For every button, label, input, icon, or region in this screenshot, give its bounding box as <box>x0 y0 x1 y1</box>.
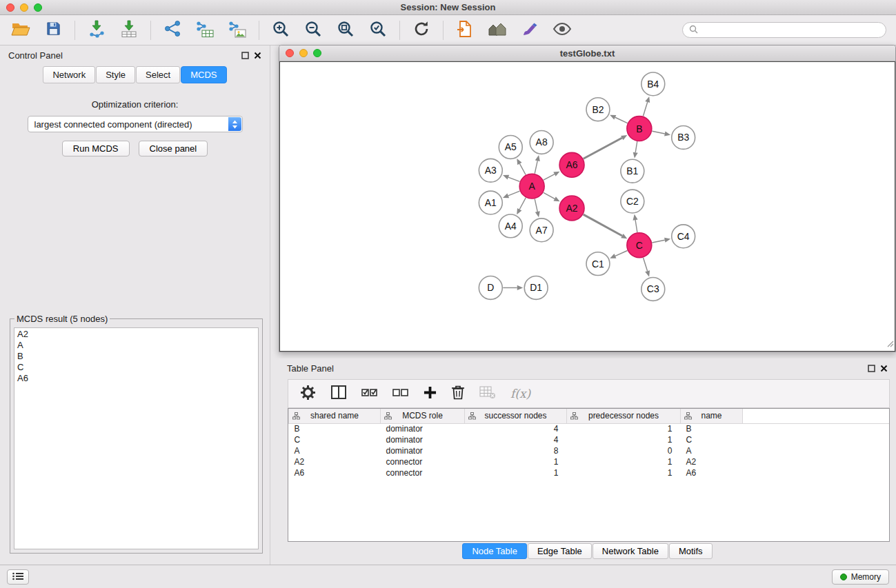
graph-edge-C-C2[interactable] <box>635 220 637 232</box>
criterion-select[interactable]: largest connected component (directed) <box>28 116 243 132</box>
function-builder-button[interactable]: f(x) <box>510 387 530 401</box>
table-row[interactable]: Cdominator41C <box>289 434 890 445</box>
control-panel-title: Control Panel <box>8 50 63 61</box>
import-network-file-button[interactable] <box>86 19 108 41</box>
table-cell: 4 <box>465 434 567 445</box>
new-network-button[interactable] <box>161 19 183 41</box>
graph-edge-C-C3[interactable] <box>643 258 647 272</box>
table-tab-node-table[interactable]: Node Table <box>462 543 527 559</box>
column-header-name[interactable]: name <box>681 409 743 423</box>
create-column-button[interactable] <box>424 386 437 402</box>
column-header-label: MCDS role <box>402 411 443 420</box>
show-column-button[interactable] <box>330 385 347 403</box>
table-cell: dominator <box>381 423 465 434</box>
save-session-button[interactable] <box>42 19 64 41</box>
graph-edge-A-A4[interactable] <box>519 198 526 210</box>
tab-select[interactable]: Select <box>136 66 180 83</box>
tab-mcds[interactable]: MCDS <box>181 66 226 83</box>
graph-edge-A-A5[interactable] <box>519 163 526 174</box>
task-history-button[interactable] <box>7 569 29 585</box>
column-header-successor-nodes[interactable]: successor nodes <box>465 409 567 423</box>
show-hide-button[interactable] <box>551 19 573 41</box>
resize-grip-icon[interactable] <box>886 338 894 350</box>
network-canvas[interactable]: B4B2BB3A8A5A6A3B1AC2A1A2A4A7C4CC1DD1C3 <box>279 61 895 352</box>
home-button[interactable] <box>486 19 508 41</box>
network-close-button[interactable] <box>286 49 294 57</box>
column-header-shared-name[interactable]: shared name <box>289 409 381 423</box>
mcds-result-item[interactable]: C <box>17 362 255 373</box>
mcds-result-item[interactable]: A2 <box>17 329 255 340</box>
graph-edge-arrowhead <box>535 155 540 161</box>
import-table-file-button[interactable] <box>118 19 140 41</box>
close-table-panel-icon[interactable] <box>880 365 888 372</box>
graph-edge-A-A3[interactable] <box>508 177 520 181</box>
checked-boxes-icon <box>361 386 378 401</box>
graph-edge-A6-B[interactable] <box>584 138 622 159</box>
network-minimize-button[interactable] <box>299 49 308 57</box>
toolbar-separator <box>259 21 259 40</box>
deselect-all-columns-button[interactable] <box>392 386 409 401</box>
mcds-result-item[interactable]: B <box>17 351 255 362</box>
select-all-columns-button[interactable] <box>361 386 378 401</box>
node-table-container[interactable]: shared nameMCDS rolesuccessor nodesprede… <box>288 408 890 542</box>
network-zoom-button[interactable] <box>313 49 321 57</box>
apply-layout-button[interactable] <box>410 19 432 41</box>
table-row[interactable]: Bdominator41B <box>289 423 890 434</box>
table-tab-motifs[interactable]: Motifs <box>669 543 713 559</box>
zoom-selected-button[interactable] <box>367 19 389 41</box>
table-tab-edge-table[interactable]: Edge Table <box>528 543 592 559</box>
graph-edge-B-B3[interactable] <box>652 131 664 134</box>
graph-edge-B-B1[interactable] <box>635 141 637 152</box>
close-window-button[interactable] <box>6 3 14 12</box>
table-row[interactable]: A2connector11A2 <box>289 456 890 467</box>
mcds-result-item[interactable]: A6 <box>17 373 255 384</box>
search-input[interactable] <box>701 26 879 35</box>
column-header-mcds-role[interactable]: MCDS role <box>381 409 465 423</box>
graph-node-label-A5: A5 <box>505 141 517 152</box>
zoom-window-button[interactable] <box>34 3 42 12</box>
column-type-icon <box>384 412 392 422</box>
zoom-fit-button[interactable] <box>335 19 357 41</box>
node-table-header-row: shared nameMCDS rolesuccessor nodesprede… <box>289 409 890 423</box>
run-mcds-button[interactable]: Run MCDS <box>62 141 130 156</box>
table-row[interactable]: A6connector11A6 <box>289 467 890 478</box>
graph-edge-A2-C[interactable] <box>584 214 622 236</box>
style-brush-button[interactable] <box>519 19 541 41</box>
minimize-window-button[interactable] <box>20 3 28 12</box>
graph-node-label-B2: B2 <box>592 104 604 115</box>
delete-table-button[interactable] <box>479 385 496 402</box>
zoom-out-button[interactable] <box>302 19 324 41</box>
eye-icon <box>552 22 572 39</box>
table-settings-button[interactable] <box>300 385 316 403</box>
network-from-table-button[interactable] <box>194 19 216 41</box>
optimization-criterion-label: Optimization criterion: <box>0 99 270 110</box>
column-header-predecessor-nodes[interactable]: predecessor nodes <box>567 409 681 423</box>
zoom-in-button[interactable] <box>270 19 292 41</box>
table-tab-network-table[interactable]: Network Table <box>593 543 668 559</box>
network-from-image-button[interactable] <box>226 19 248 41</box>
mcds-result-item[interactable]: A <box>17 340 255 351</box>
graph-node-label-D: D <box>487 282 494 293</box>
graph-edge-C-C1[interactable] <box>615 250 628 256</box>
graph-edge-A-A6[interactable] <box>544 174 555 181</box>
close-panel-button[interactable]: Close panel <box>139 141 208 156</box>
tab-style[interactable]: Style <box>96 66 135 83</box>
graph-edge-C-C4[interactable] <box>652 240 664 243</box>
table-row[interactable]: Adominator80A <box>289 445 890 456</box>
export-document-button[interactable] <box>454 19 476 41</box>
open-session-button[interactable] <box>10 19 32 41</box>
float-table-panel-icon[interactable] <box>868 365 875 372</box>
graph-edge-A-A8[interactable] <box>535 161 537 173</box>
delete-column-button[interactable] <box>451 385 465 403</box>
graph-edge-B-B4[interactable] <box>643 102 647 116</box>
network-window-titlebar[interactable]: testGlobe.txt <box>279 45 895 61</box>
graph-edge-A-A2[interactable] <box>544 192 555 199</box>
memory-label: Memory <box>851 572 881 582</box>
graph-edge-B-B2[interactable] <box>615 117 628 123</box>
memory-button[interactable]: Memory <box>832 569 889 585</box>
graph-edge-A-A7[interactable] <box>535 199 537 212</box>
graph-edge-A-A1[interactable] <box>508 191 520 196</box>
float-panel-icon[interactable] <box>241 52 249 59</box>
close-panel-icon[interactable] <box>254 52 261 59</box>
tab-network[interactable]: Network <box>43 66 95 83</box>
